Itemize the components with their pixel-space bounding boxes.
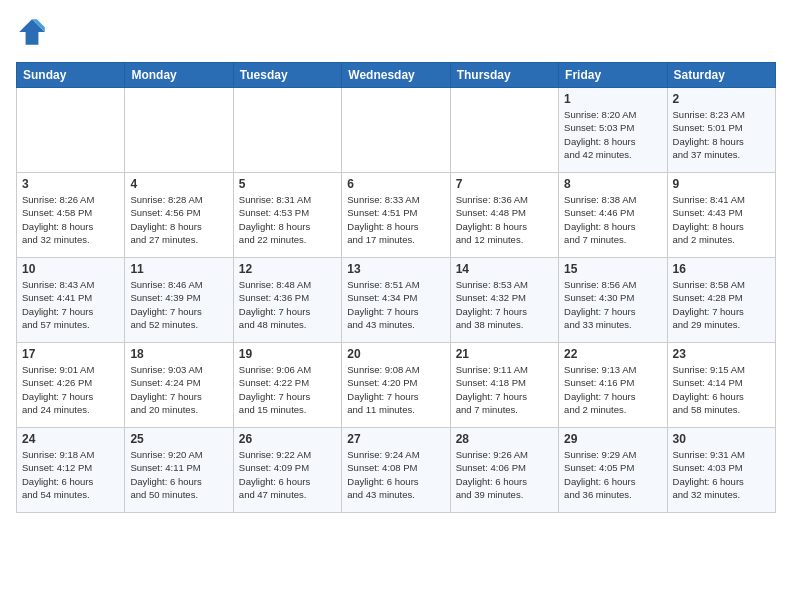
calendar-cell: 18Sunrise: 9:03 AM Sunset: 4:24 PM Dayli…: [125, 343, 233, 428]
day-number: 15: [564, 262, 661, 276]
day-number: 14: [456, 262, 553, 276]
calendar-cell: [17, 88, 125, 173]
day-info: Sunrise: 8:26 AM Sunset: 4:58 PM Dayligh…: [22, 193, 119, 246]
day-info: Sunrise: 9:18 AM Sunset: 4:12 PM Dayligh…: [22, 448, 119, 501]
calendar-cell: 3Sunrise: 8:26 AM Sunset: 4:58 PM Daylig…: [17, 173, 125, 258]
day-info: Sunrise: 9:22 AM Sunset: 4:09 PM Dayligh…: [239, 448, 336, 501]
day-info: Sunrise: 9:03 AM Sunset: 4:24 PM Dayligh…: [130, 363, 227, 416]
day-info: Sunrise: 9:08 AM Sunset: 4:20 PM Dayligh…: [347, 363, 444, 416]
day-info: Sunrise: 8:36 AM Sunset: 4:48 PM Dayligh…: [456, 193, 553, 246]
calendar-cell: 15Sunrise: 8:56 AM Sunset: 4:30 PM Dayli…: [559, 258, 667, 343]
calendar-cell: 1Sunrise: 8:20 AM Sunset: 5:03 PM Daylig…: [559, 88, 667, 173]
day-number: 28: [456, 432, 553, 446]
day-info: Sunrise: 9:15 AM Sunset: 4:14 PM Dayligh…: [673, 363, 770, 416]
calendar-cell: 24Sunrise: 9:18 AM Sunset: 4:12 PM Dayli…: [17, 428, 125, 513]
calendar-week-row: 3Sunrise: 8:26 AM Sunset: 4:58 PM Daylig…: [17, 173, 776, 258]
day-number: 10: [22, 262, 119, 276]
day-info: Sunrise: 9:31 AM Sunset: 4:03 PM Dayligh…: [673, 448, 770, 501]
weekday-header: Thursday: [450, 63, 558, 88]
day-info: Sunrise: 8:56 AM Sunset: 4:30 PM Dayligh…: [564, 278, 661, 331]
day-info: Sunrise: 8:20 AM Sunset: 5:03 PM Dayligh…: [564, 108, 661, 161]
calendar-cell: 22Sunrise: 9:13 AM Sunset: 4:16 PM Dayli…: [559, 343, 667, 428]
day-info: Sunrise: 9:01 AM Sunset: 4:26 PM Dayligh…: [22, 363, 119, 416]
day-number: 29: [564, 432, 661, 446]
logo-icon: [16, 16, 48, 48]
calendar-cell: 23Sunrise: 9:15 AM Sunset: 4:14 PM Dayli…: [667, 343, 775, 428]
day-info: Sunrise: 8:58 AM Sunset: 4:28 PM Dayligh…: [673, 278, 770, 331]
day-number: 22: [564, 347, 661, 361]
calendar-cell: 28Sunrise: 9:26 AM Sunset: 4:06 PM Dayli…: [450, 428, 558, 513]
day-number: 23: [673, 347, 770, 361]
day-number: 12: [239, 262, 336, 276]
day-info: Sunrise: 9:26 AM Sunset: 4:06 PM Dayligh…: [456, 448, 553, 501]
calendar-cell: 13Sunrise: 8:51 AM Sunset: 4:34 PM Dayli…: [342, 258, 450, 343]
day-number: 9: [673, 177, 770, 191]
day-info: Sunrise: 8:31 AM Sunset: 4:53 PM Dayligh…: [239, 193, 336, 246]
calendar-cell: 30Sunrise: 9:31 AM Sunset: 4:03 PM Dayli…: [667, 428, 775, 513]
calendar-cell: 14Sunrise: 8:53 AM Sunset: 4:32 PM Dayli…: [450, 258, 558, 343]
calendar-week-row: 24Sunrise: 9:18 AM Sunset: 4:12 PM Dayli…: [17, 428, 776, 513]
calendar-cell: [125, 88, 233, 173]
weekday-header: Saturday: [667, 63, 775, 88]
calendar-cell: 11Sunrise: 8:46 AM Sunset: 4:39 PM Dayli…: [125, 258, 233, 343]
calendar-cell: 2Sunrise: 8:23 AM Sunset: 5:01 PM Daylig…: [667, 88, 775, 173]
day-info: Sunrise: 8:43 AM Sunset: 4:41 PM Dayligh…: [22, 278, 119, 331]
calendar-cell: 4Sunrise: 8:28 AM Sunset: 4:56 PM Daylig…: [125, 173, 233, 258]
day-info: Sunrise: 9:13 AM Sunset: 4:16 PM Dayligh…: [564, 363, 661, 416]
day-number: 7: [456, 177, 553, 191]
day-info: Sunrise: 9:20 AM Sunset: 4:11 PM Dayligh…: [130, 448, 227, 501]
day-number: 1: [564, 92, 661, 106]
calendar-cell: [450, 88, 558, 173]
day-info: Sunrise: 8:51 AM Sunset: 4:34 PM Dayligh…: [347, 278, 444, 331]
day-number: 27: [347, 432, 444, 446]
header: [16, 16, 776, 48]
day-number: 24: [22, 432, 119, 446]
day-info: Sunrise: 8:23 AM Sunset: 5:01 PM Dayligh…: [673, 108, 770, 161]
calendar-cell: 8Sunrise: 8:38 AM Sunset: 4:46 PM Daylig…: [559, 173, 667, 258]
day-number: 2: [673, 92, 770, 106]
day-number: 17: [22, 347, 119, 361]
calendar-cell: 20Sunrise: 9:08 AM Sunset: 4:20 PM Dayli…: [342, 343, 450, 428]
day-info: Sunrise: 8:41 AM Sunset: 4:43 PM Dayligh…: [673, 193, 770, 246]
calendar-cell: 5Sunrise: 8:31 AM Sunset: 4:53 PM Daylig…: [233, 173, 341, 258]
day-number: 8: [564, 177, 661, 191]
calendar-week-row: 17Sunrise: 9:01 AM Sunset: 4:26 PM Dayli…: [17, 343, 776, 428]
calendar-cell: 21Sunrise: 9:11 AM Sunset: 4:18 PM Dayli…: [450, 343, 558, 428]
weekday-header: Tuesday: [233, 63, 341, 88]
day-info: Sunrise: 9:11 AM Sunset: 4:18 PM Dayligh…: [456, 363, 553, 416]
day-info: Sunrise: 8:33 AM Sunset: 4:51 PM Dayligh…: [347, 193, 444, 246]
svg-marker-0: [19, 19, 45, 45]
day-info: Sunrise: 8:46 AM Sunset: 4:39 PM Dayligh…: [130, 278, 227, 331]
calendar-cell: [342, 88, 450, 173]
calendar-cell: 10Sunrise: 8:43 AM Sunset: 4:41 PM Dayli…: [17, 258, 125, 343]
calendar-cell: 16Sunrise: 8:58 AM Sunset: 4:28 PM Dayli…: [667, 258, 775, 343]
calendar-cell: 9Sunrise: 8:41 AM Sunset: 4:43 PM Daylig…: [667, 173, 775, 258]
day-number: 13: [347, 262, 444, 276]
calendar-week-row: 1Sunrise: 8:20 AM Sunset: 5:03 PM Daylig…: [17, 88, 776, 173]
day-number: 25: [130, 432, 227, 446]
day-number: 30: [673, 432, 770, 446]
day-number: 5: [239, 177, 336, 191]
day-info: Sunrise: 8:53 AM Sunset: 4:32 PM Dayligh…: [456, 278, 553, 331]
day-number: 26: [239, 432, 336, 446]
day-number: 16: [673, 262, 770, 276]
calendar-cell: [233, 88, 341, 173]
day-info: Sunrise: 8:38 AM Sunset: 4:46 PM Dayligh…: [564, 193, 661, 246]
weekday-header: Wednesday: [342, 63, 450, 88]
calendar-cell: 19Sunrise: 9:06 AM Sunset: 4:22 PM Dayli…: [233, 343, 341, 428]
day-info: Sunrise: 8:28 AM Sunset: 4:56 PM Dayligh…: [130, 193, 227, 246]
weekday-header: Monday: [125, 63, 233, 88]
day-info: Sunrise: 9:24 AM Sunset: 4:08 PM Dayligh…: [347, 448, 444, 501]
weekday-header: Friday: [559, 63, 667, 88]
calendar-cell: 17Sunrise: 9:01 AM Sunset: 4:26 PM Dayli…: [17, 343, 125, 428]
calendar-cell: 25Sunrise: 9:20 AM Sunset: 4:11 PM Dayli…: [125, 428, 233, 513]
day-number: 6: [347, 177, 444, 191]
day-number: 19: [239, 347, 336, 361]
day-number: 21: [456, 347, 553, 361]
calendar-cell: 6Sunrise: 8:33 AM Sunset: 4:51 PM Daylig…: [342, 173, 450, 258]
weekday-header: Sunday: [17, 63, 125, 88]
day-info: Sunrise: 9:06 AM Sunset: 4:22 PM Dayligh…: [239, 363, 336, 416]
page: SundayMondayTuesdayWednesdayThursdayFrid…: [0, 0, 792, 521]
calendar-cell: 29Sunrise: 9:29 AM Sunset: 4:05 PM Dayli…: [559, 428, 667, 513]
day-number: 4: [130, 177, 227, 191]
